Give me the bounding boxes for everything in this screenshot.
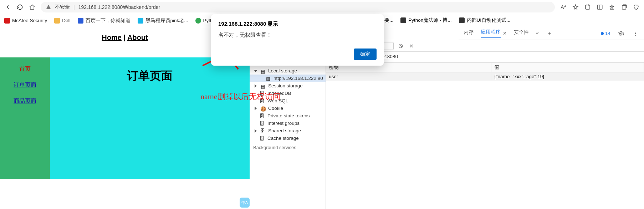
sidebar-item-home[interactable]: 首页	[19, 65, 31, 73]
database-icon: 🗄	[260, 113, 265, 118]
bookmarks-overflow: 要... Python魔法师 - 博... 内部UI自动化测试...	[384, 17, 510, 24]
database-icon: 🗄	[260, 136, 265, 141]
alert-dialog: 192.168.1.222:8080 显示 名不对，无权限查看！ 确定	[211, 14, 384, 66]
address-bar[interactable]: 不安全 | 192.168.1.222:8080/#/backend/order	[41, 2, 555, 12]
bookmark-item[interactable]: 黑马程序员pink老...	[138, 17, 188, 24]
local-storage-url-item[interactable]: ▦http://192.168.1.222:80	[250, 75, 326, 82]
block-icon[interactable]	[397, 42, 404, 50]
app-sidebar: 首页 订单页面 商品页面	[0, 57, 50, 179]
alert-ok-button[interactable]: 确定	[354, 49, 377, 60]
svg-rect-0	[586, 5, 590, 9]
folder-icon	[54, 18, 60, 24]
shared-storage-item[interactable]: 🗄Shared storage	[250, 127, 326, 134]
bookmark-item[interactable]: Python魔法师 - 博...	[400, 17, 451, 24]
bookmark-item[interactable]: McAfee Security	[4, 18, 47, 24]
chevron-right-icon	[255, 84, 257, 88]
table-row[interactable]: user {"name":"xxx","age":19}	[326, 72, 644, 81]
storage-table: 密钥 值 user {"name":"xxx","age":19}	[326, 63, 644, 209]
toolbar-right-icons: Aᴬ	[560, 4, 640, 11]
grid-icon: ▦	[266, 76, 271, 81]
tv-icon	[138, 18, 143, 24]
back-button[interactable]	[4, 4, 11, 11]
paw-icon	[78, 18, 83, 24]
cell-value: {"name":"xxx","age":19}	[491, 72, 644, 81]
favorites-list-icon[interactable]	[608, 4, 615, 11]
database-icon: 🗄	[260, 128, 265, 133]
bookmark-item[interactable]: Dell	[54, 18, 70, 24]
favorite-icon[interactable]	[572, 4, 579, 11]
bookmark-item[interactable]: 要...	[384, 17, 393, 24]
cookie-item[interactable]: 🍪Cookie	[250, 104, 326, 112]
col-value[interactable]: 值	[491, 63, 644, 72]
bg-services-header: Background services	[250, 142, 326, 152]
home-link[interactable]: Home	[102, 34, 122, 41]
close-icon[interactable]: ✕	[408, 42, 415, 50]
svg-rect-2	[622, 5, 626, 9]
collections-icon[interactable]	[620, 4, 628, 11]
bookmark-item[interactable]: 内部UI自动化测试...	[459, 17, 511, 24]
read-aloud-icon[interactable]: Aᴬ	[560, 4, 567, 11]
bookmark-item[interactable]: 百度一下，你就知道	[78, 17, 131, 24]
home-button[interactable]	[29, 4, 36, 11]
wizard-icon	[400, 17, 406, 23]
page-title: 订单页面	[127, 68, 173, 179]
alert-title: 192.168.1.222:8080 显示	[218, 21, 377, 27]
app-main: 订单页面	[50, 57, 250, 179]
browser-toolbar: 不安全 | 192.168.1.222:8080/#/backend/order…	[0, 0, 644, 14]
interest-item[interactable]: 🗄Interest groups	[250, 119, 326, 127]
sidebar-item-goods[interactable]: 商品页面	[14, 97, 36, 105]
doc-icon	[459, 17, 465, 23]
python-icon	[195, 18, 201, 24]
split-icon[interactable]	[596, 4, 603, 11]
shield-icon	[4, 18, 10, 24]
cache-storage-item[interactable]: 🗄Cache storage	[250, 134, 326, 142]
alert-message: 名不对，无权限查看！	[218, 32, 377, 39]
about-link[interactable]: About	[127, 34, 148, 41]
chevron-right-icon	[255, 129, 257, 133]
chevron-right-icon	[255, 107, 257, 110]
extensions-icon[interactable]	[584, 4, 591, 11]
cookie-icon: 🍪	[260, 106, 265, 111]
database-icon: 🗄	[260, 121, 265, 126]
session-storage-item[interactable]: ▦Session storage	[250, 82, 326, 90]
refresh-button[interactable]	[16, 4, 24, 11]
cell-key: user	[326, 72, 491, 81]
grid-icon: ▦	[260, 83, 265, 88]
ime-indicator: 中A	[240, 198, 250, 208]
insecure-label: 不安全	[55, 4, 70, 10]
insecure-icon	[46, 4, 51, 10]
annotation-text: name删掉以后无权访问	[200, 91, 280, 102]
pst-item[interactable]: 🗄Private state tokens	[250, 112, 326, 119]
health-icon[interactable]	[633, 4, 640, 11]
sidebar-item-order[interactable]: 订单页面	[14, 81, 36, 89]
url-text: 192.168.1.222:8080/#/backend/order	[78, 4, 160, 10]
